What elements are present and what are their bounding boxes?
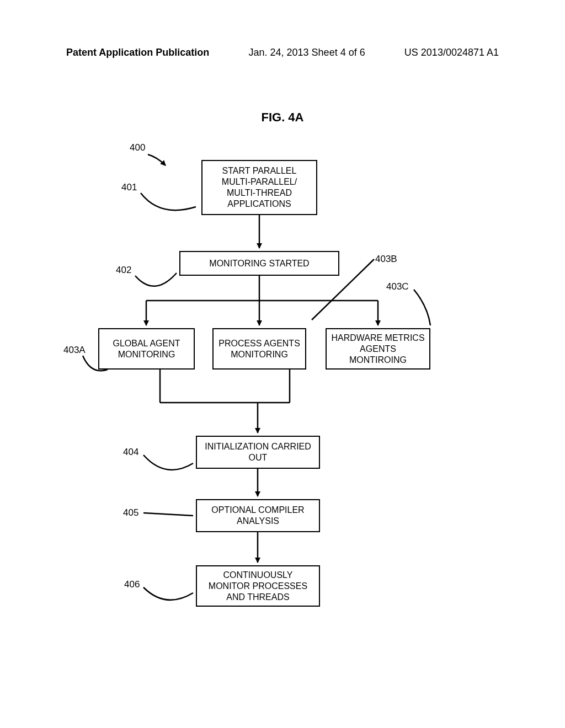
- label-400: 400: [130, 142, 145, 153]
- header-publication: Patent Application Publication: [66, 47, 209, 58]
- label-404: 404: [123, 447, 138, 458]
- header-pubnumber: US 2013/0024871 A1: [404, 47, 499, 58]
- box-hardware-metrics: HARDWARE METRICS AGENTS MONTIROING: [326, 328, 430, 370]
- box-monitoring-started: MONITORING STARTED: [179, 251, 339, 276]
- box-process-agents: PROCESS AGENTS MONITORING: [212, 328, 306, 370]
- header-date-sheet: Jan. 24, 2013 Sheet 4 of 6: [249, 47, 365, 58]
- label-401: 401: [121, 182, 137, 193]
- box-initialization: INITIALIZATION CARRIED OUT: [196, 436, 320, 469]
- label-405: 405: [123, 507, 138, 518]
- box-monitor-processes: CONTINUOUSLY MONITOR PROCESSES AND THREA…: [196, 565, 320, 607]
- box-global-agent: GLOBAL AGENT MONITORING: [98, 328, 195, 370]
- label-406: 406: [124, 579, 140, 590]
- label-403C: 403C: [386, 281, 409, 292]
- box-compiler-analysis: OPTIONAL COMPILER ANALYSIS: [196, 499, 320, 532]
- page-header: Patent Application Publication Jan. 24, …: [0, 47, 565, 58]
- label-402: 402: [116, 265, 131, 276]
- box-start-parallel: START PARALLEL MULTI-PARALLEL/ MULTI-THR…: [201, 160, 317, 215]
- label-403A: 403A: [63, 345, 86, 356]
- figure-title: FIG. 4A: [0, 110, 565, 125]
- label-403B: 403B: [375, 254, 397, 265]
